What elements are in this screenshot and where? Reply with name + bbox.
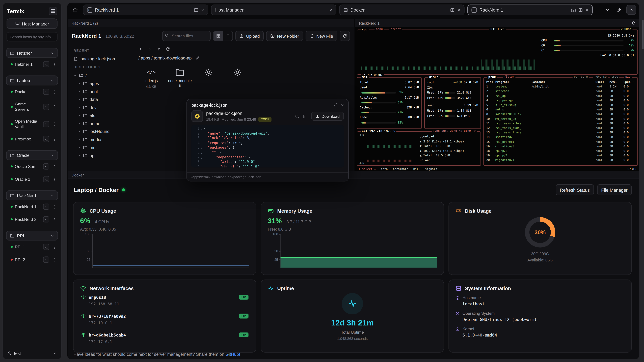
fold-caret-icon[interactable] [200, 141, 204, 145]
host-row[interactable]: RackNerd 1 >_ ⋮ [6, 200, 58, 213]
file-manager-button[interactable]: File Manager [597, 184, 632, 195]
group-header[interactable]: Laptop [6, 76, 58, 85]
download-button[interactable]: Download [311, 112, 344, 121]
table-view-icon[interactable] [303, 114, 308, 118]
proc-filter[interactable]: filter [503, 75, 516, 78]
new-folder-button[interactable]: New Folder [266, 31, 303, 41]
tab-host-manager[interactable]: Host Manager × [211, 4, 336, 15]
close-icon[interactable]: × [341, 103, 344, 107]
open-terminal-icon[interactable]: >_ [43, 121, 49, 127]
fold-caret-icon[interactable]: ⌄ [200, 150, 204, 155]
host-row[interactable]: RPI 1 >_ ⋮ [6, 241, 58, 253]
process-row[interactable]: 11rcu_tasks_kthreroot0B0.0 [484, 121, 638, 126]
btop-menu[interactable]: menu [374, 27, 384, 31]
up-directory-icon[interactable] [156, 47, 161, 51]
tools-wrench-icon[interactable] [614, 5, 624, 15]
process-row[interactable]: 12rcu_tasks_rude_root0B0.0 [484, 126, 638, 131]
footer-kill[interactable]: kill [413, 167, 420, 171]
tree-directory[interactable]: dev [72, 103, 133, 111]
process-row[interactable]: 16migration/0root0B0.0 [484, 144, 638, 149]
file-item[interactable]: </> [226, 67, 249, 80]
group-header[interactable]: RPI [6, 231, 58, 241]
tree-directory[interactable]: lost+found [72, 127, 133, 135]
back-icon[interactable] [138, 47, 143, 51]
fold-caret-icon[interactable] [200, 131, 204, 136]
host-row[interactable]: Docker >_ ⋮ [6, 85, 58, 98]
reconnect-icon[interactable] [632, 21, 636, 25]
file-search-input[interactable] [162, 31, 211, 41]
group-header[interactable]: RackNerd [6, 190, 58, 200]
close-tab-icon[interactable]: × [586, 7, 589, 12]
host-search-input[interactable] [6, 32, 58, 41]
host-row[interactable]: Proxmox >_ ⋮ [6, 133, 58, 145]
open-terminal-icon[interactable]: >_ [43, 163, 49, 170]
kebab-menu-icon[interactable]: ⋮ [51, 244, 58, 250]
search-in-file-icon[interactable] [295, 114, 299, 118]
process-row[interactable]: 6netnsroot0B0.0 [484, 108, 638, 112]
fold-caret-icon[interactable] [200, 136, 204, 141]
process-row[interactable]: 18cpuhp/0root0B0.0 [484, 149, 638, 153]
menu-icon[interactable] [49, 7, 57, 15]
kebab-menu-icon[interactable]: ⋮ [51, 61, 58, 67]
btop-preset[interactable]: preset [390, 27, 402, 31]
open-terminal-icon[interactable]: >_ [43, 61, 49, 67]
tree-directory[interactable]: etc [72, 111, 133, 119]
fold-caret-icon[interactable] [200, 160, 204, 164]
split-view-icon[interactable] [578, 7, 583, 12]
process-row[interactable]: 10mm_percpu_wqroot0B0.0 [484, 117, 638, 121]
tree-directory[interactable]: apps [72, 79, 133, 87]
kebab-menu-icon[interactable]: ⋮ [51, 121, 58, 127]
split-view-icon[interactable] [450, 7, 455, 12]
page-scrollbar[interactable] [642, 20, 644, 49]
process-row[interactable]: 4rcu_par_gproot0B0.0 [484, 98, 638, 103]
open-terminal-icon[interactable]: >_ [43, 104, 49, 110]
kebab-menu-icon[interactable]: ⋮ [51, 163, 58, 170]
open-terminal-icon[interactable]: >_ [43, 257, 49, 263]
terminal-screen[interactable]: cpu menu preset 03:31:25 2000ms up 20d 0… [355, 27, 640, 171]
process-row[interactable]: 20migration/1root0B0.0 [484, 158, 638, 163]
github-link[interactable]: GitHub! [226, 352, 240, 357]
host-manager-button[interactable]: Host Manager [6, 18, 58, 29]
close-tab-icon[interactable]: × [457, 7, 460, 12]
tree-directory[interactable]: boot [72, 87, 133, 95]
tree-directory[interactable]: media [72, 135, 133, 143]
process-row[interactable]: 2kthreaddroot0B0.0 [484, 89, 638, 94]
sidebar-footer[interactable]: test [3, 347, 61, 359]
kebab-menu-icon[interactable]: ⋮ [51, 176, 58, 182]
close-tab-icon[interactable]: × [329, 7, 332, 12]
forward-icon[interactable] [148, 47, 152, 51]
proc-pid[interactable]: pid [624, 75, 632, 78]
process-row[interactable]: 13rcu_tasks_traceroot0B0.0 [484, 131, 638, 135]
host-row[interactable]: Oracle 1 >_ ⋮ [6, 173, 58, 186]
process-row[interactable]: 1systemd/sbin/initroot9.2M0.0 [484, 85, 638, 89]
proc-tree[interactable]: tree [610, 75, 619, 78]
kebab-menu-icon[interactable]: ⋮ [51, 216, 58, 223]
host-row[interactable]: Open Media Vault >_ ⋮ [6, 115, 58, 133]
chevron-down-icon[interactable] [602, 5, 612, 15]
expand-icon[interactable] [334, 103, 338, 107]
list-view-button[interactable] [223, 31, 232, 40]
open-terminal-icon[interactable]: >_ [43, 136, 49, 142]
host-row[interactable]: RackNerd 2 >_ ⋮ [6, 213, 58, 226]
kebab-menu-icon[interactable]: ⋮ [51, 104, 58, 110]
fold-caret-icon[interactable] [200, 164, 204, 167]
net-controls[interactable]: sync auto zero <b eth0 n> [432, 129, 477, 133]
fold-caret-icon[interactable]: ⌄ [200, 155, 204, 160]
process-row[interactable]: 19cpuhp/1root0B0.0 [484, 154, 638, 158]
file-item[interactable]: </> [197, 67, 220, 80]
tree-directory[interactable]: opt [72, 151, 133, 160]
tab-racknerd-1-terminal[interactable]: >_ RackNerd 1 × [83, 4, 208, 15]
upload-button[interactable]: Upload [236, 31, 264, 41]
edit-path-icon[interactable] [196, 56, 200, 60]
process-row[interactable]: 8kworker/0:0H-evroot0B0.0 [484, 112, 638, 117]
host-row[interactable]: RPI 2 >_ ⋮ [6, 253, 58, 266]
host-row[interactable]: Game Servers >_ ⋮ [6, 98, 58, 115]
open-terminal-icon[interactable]: >_ [43, 244, 49, 250]
tree-directory[interactable]: mnt [72, 143, 133, 151]
group-header[interactable]: Oracle [6, 150, 58, 160]
fold-caret-icon[interactable]: ⌄ [200, 145, 204, 150]
home-button[interactable] [70, 5, 80, 15]
file-item[interactable]: </> node_modules [168, 67, 192, 89]
code-preview[interactable]: 1 ⌄ { 2 "name": "termix-download-api", [191, 125, 344, 167]
open-terminal-icon[interactable]: >_ [43, 216, 49, 223]
